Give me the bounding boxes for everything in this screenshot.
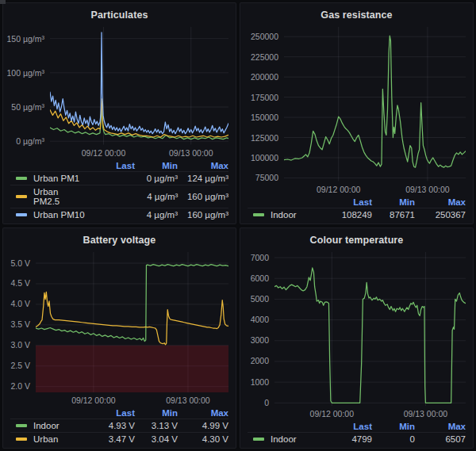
- x-axis-tick-label: 09/12 00:00: [317, 185, 360, 194]
- y-axis-tick-label: 150000: [251, 113, 278, 122]
- plot-area[interactable]: [36, 252, 228, 393]
- panel-title[interactable]: Colour temperature: [248, 231, 466, 247]
- series-line-indoor: [284, 36, 466, 167]
- axis-corner: [10, 392, 36, 406]
- series-color-swatch: [253, 213, 264, 216]
- x-axis-tick-label: 09/13 00:00: [166, 396, 209, 405]
- x-axis: 09/12 00:0009/13 00:00: [274, 406, 466, 419]
- legend-header-row: LastMinMax: [10, 407, 228, 419]
- y-axis-tick-label: 3000: [251, 335, 269, 345]
- y-axis-tick-label: 200000: [251, 72, 278, 82]
- legend-value: 0: [372, 434, 415, 444]
- legend-value: 124 µg/m³: [178, 174, 228, 183]
- series-name: Urban PM1: [33, 174, 79, 183]
- x-axis-tick-label: 09/12 00:00: [71, 396, 115, 405]
- y-axis-tick-label: 4.0 V: [10, 299, 30, 308]
- y-axis-tick-label: 50 µg/m³: [11, 102, 44, 112]
- series-color-swatch: [16, 195, 27, 198]
- series-name: Urban PM2.5: [33, 187, 86, 206]
- y-axis-tick-label: 4000: [251, 315, 269, 324]
- legend-series-toggle[interactable]: Urban PM2.5: [16, 187, 86, 206]
- panel-title[interactable]: Particulates: [10, 6, 228, 22]
- y-axis-tick-label: 0: [264, 398, 269, 407]
- legend-value: 3.04 V: [135, 434, 178, 444]
- legend-row: Indoor10824987671250367: [248, 208, 466, 221]
- y-axis-tick-label: 225000: [251, 52, 278, 62]
- legend-table: LastMinMaxIndoor10824987671250367: [248, 196, 466, 221]
- panel-title[interactable]: Battery voltage: [10, 231, 228, 247]
- legend-value: 3.47 V: [86, 434, 135, 444]
- series-color-swatch: [16, 177, 27, 180]
- grafana-dashboard: Particulates 150 µg/m³100 µg/m³50 µg/m³0…: [0, 0, 476, 451]
- chart-canvas: [36, 252, 228, 393]
- legend-row: Urban PM10 µg/m³124 µg/m³: [10, 171, 228, 185]
- series-line-urban-pm1: [50, 105, 228, 139]
- x-axis: 09/12 00:0009/13 00:00: [50, 145, 228, 159]
- legend-value: 6507: [415, 434, 466, 444]
- x-axis: 09/12 00:0009/13 00:00: [36, 392, 228, 406]
- series-color-swatch: [16, 438, 27, 441]
- y-axis-tick-label: 7000: [251, 253, 269, 262]
- y-axis-tick-label: 100000: [251, 153, 278, 162]
- chart-area: 5.0 V4.5 V4.0 V3.5 V3.0 V2.5 V2.0 V 09/1…: [10, 252, 228, 407]
- legend-column-header[interactable]: Min: [135, 408, 178, 418]
- y-axis: 150 µg/m³100 µg/m³50 µg/m³0 µg/m³: [10, 27, 50, 145]
- chart-canvas: [284, 27, 466, 182]
- plot-area[interactable]: [284, 27, 466, 182]
- chart-area: 150 µg/m³100 µg/m³50 µg/m³0 µg/m³ 09/12 …: [10, 27, 228, 159]
- legend-column-header[interactable]: Max: [415, 197, 466, 207]
- legend-column-header[interactable]: Last: [86, 408, 135, 418]
- legend-value: 108249: [323, 210, 372, 220]
- y-axis-tick-label: 4.5 V: [10, 278, 30, 288]
- legend-column-header[interactable]: Last: [323, 422, 372, 431]
- panel-title[interactable]: Gas resistance: [248, 6, 466, 22]
- chart-area: 70006000500040003000200010000 09/12 00:0…: [248, 252, 466, 420]
- legend-series-toggle[interactable]: Urban PM1: [16, 174, 86, 183]
- y-axis-tick-label: 3.0 V: [10, 340, 30, 350]
- y-axis: 70006000500040003000200010000: [248, 252, 274, 407]
- legend-value: 4799: [323, 434, 372, 444]
- y-axis: 5.0 V4.5 V4.0 V3.5 V3.0 V2.5 V2.0 V: [10, 252, 36, 393]
- y-axis-tick-label: 2000: [251, 356, 269, 365]
- legend-row: Indoor479906507: [248, 432, 466, 445]
- y-axis-tick-label: 2.0 V: [10, 381, 30, 391]
- plot-area[interactable]: [274, 252, 466, 407]
- legend-column-header[interactable]: Min: [372, 197, 415, 207]
- legend-series-toggle[interactable]: Urban: [16, 434, 86, 444]
- y-axis-tick-label: 1000: [251, 377, 269, 387]
- legend-value: 4.93 V: [86, 421, 135, 430]
- x-axis-tick-label: 09/12 00:00: [310, 409, 354, 419]
- y-axis-tick-label: 6000: [251, 273, 269, 283]
- legend-series-toggle[interactable]: Indoor: [253, 434, 323, 444]
- y-axis-tick-label: 0 µg/m³: [16, 136, 44, 146]
- legend-column-header[interactable]: Max: [178, 161, 228, 170]
- legend-column-header[interactable]: Min: [372, 422, 415, 431]
- series-name: Urban PM10: [33, 210, 85, 220]
- chart-canvas: [274, 252, 466, 407]
- legend-series-toggle[interactable]: Indoor: [253, 210, 323, 220]
- legend-table: LastMinMaxIndoor479906507: [248, 420, 466, 445]
- y-axis-tick-label: 5000: [251, 294, 269, 304]
- x-axis-tick-label: 09/13 00:00: [405, 185, 449, 194]
- plot-area[interactable]: [50, 27, 228, 145]
- y-axis-tick-label: 3.5 V: [10, 319, 30, 329]
- legend-value: 4 µg/m³: [135, 210, 178, 220]
- y-axis-tick-label: 150 µg/m³: [7, 34, 45, 44]
- legend-column-header[interactable]: Min: [135, 161, 178, 170]
- legend-column-header[interactable]: Last: [86, 161, 135, 170]
- legend-row: Indoor4.93 V3.13 V4.99 V: [10, 419, 228, 432]
- legend-value: 160 µg/m³: [178, 210, 228, 220]
- series-line-indoor: [274, 267, 466, 402]
- series-line-indoor: [36, 264, 228, 341]
- series-line-urban-pm10: [50, 32, 228, 134]
- legend-column-header[interactable]: Last: [323, 197, 372, 207]
- legend-column-header[interactable]: Max: [178, 408, 228, 418]
- legend-row: Urban PM104 µg/m³160 µg/m³: [10, 208, 228, 221]
- y-axis-tick-label: 175000: [251, 93, 278, 102]
- y-axis-tick-label: 125000: [251, 133, 278, 143]
- legend-value: 250367: [415, 210, 466, 220]
- legend-column-header[interactable]: Max: [415, 422, 466, 431]
- series-name: Indoor: [271, 434, 297, 444]
- legend-series-toggle[interactable]: Indoor: [16, 421, 86, 430]
- legend-series-toggle[interactable]: Urban PM10: [16, 210, 86, 220]
